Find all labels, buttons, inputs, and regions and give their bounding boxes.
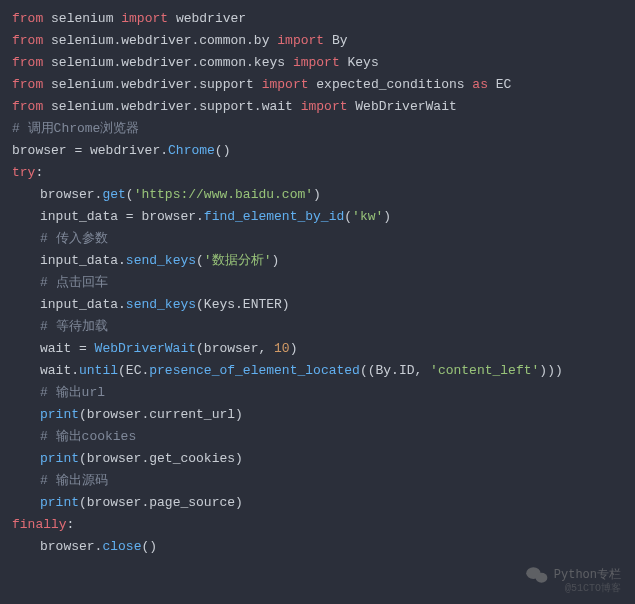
identifier: By [332, 33, 348, 48]
colon: : [35, 165, 43, 180]
code-line: browser = webdriver.Chrome() [12, 140, 623, 162]
comment: # 输出cookies [12, 426, 623, 448]
paren: ) [290, 341, 298, 356]
module: selenium.webdriver.support [51, 77, 254, 92]
identifier: Keys [348, 55, 379, 70]
code-line: wait.until(EC.presence_of_element_locate… [12, 360, 623, 382]
code-line: print(browser.page_source) [12, 492, 623, 514]
keyword-import: import [293, 55, 340, 70]
string: 'kw' [352, 209, 383, 224]
code-line: from selenium.webdriver.support.wait imp… [12, 96, 623, 118]
function-call: presence_of_element_located [149, 363, 360, 378]
expression: browser. [40, 539, 102, 554]
wechat-icon [526, 566, 548, 584]
code-block: from selenium import webdriver from sele… [12, 8, 623, 558]
function-call: Chrome [168, 143, 215, 158]
function-call: send_keys [126, 253, 196, 268]
function-call: close [102, 539, 141, 554]
colon: : [67, 517, 75, 532]
module: selenium.webdriver.common.keys [51, 55, 285, 70]
parens: () [215, 143, 231, 158]
identifier: EC [496, 77, 512, 92]
module: selenium.webdriver.common.by [51, 33, 269, 48]
expression: input_data. [40, 297, 126, 312]
string: 'https://www.baidu.com' [134, 187, 313, 202]
function-call: find_element_by_id [204, 209, 344, 224]
function-call: send_keys [126, 297, 196, 312]
keyword-try: try [12, 165, 35, 180]
comment: # 调用Chrome浏览器 [12, 118, 623, 140]
module: selenium [51, 11, 113, 26]
comment: # 传入参数 [12, 228, 623, 250]
code-line: browser.close() [12, 536, 623, 558]
function-call: until [79, 363, 118, 378]
expression: wait. [40, 363, 79, 378]
keyword-import: import [121, 11, 168, 26]
code-line: input_data.send_keys(Keys.ENTER) [12, 294, 623, 316]
code-line: input_data = browser.find_element_by_id(… [12, 206, 623, 228]
paren: ( [196, 253, 204, 268]
expression: browser = webdriver. [12, 143, 168, 158]
comment: # 输出源码 [12, 470, 623, 492]
expression: input_data. [40, 253, 126, 268]
module: selenium.webdriver.support.wait [51, 99, 293, 114]
code-line: print(browser.get_cookies) [12, 448, 623, 470]
code-line: wait = WebDriverWait(browser, 10) [12, 338, 623, 360]
args: (browser, [196, 341, 274, 356]
identifier: webdriver [176, 11, 246, 26]
args: (EC. [118, 363, 149, 378]
code-line: from selenium import webdriver [12, 8, 623, 30]
code-line: print(browser.current_url) [12, 404, 623, 426]
paren: ( [126, 187, 134, 202]
comment: # 输出url [12, 382, 623, 404]
comment: # 等待加载 [12, 316, 623, 338]
args: (Keys.ENTER) [196, 297, 290, 312]
paren: ( [344, 209, 352, 224]
keyword-import: import [277, 33, 324, 48]
code-line: browser.get('https://www.baidu.com') [12, 184, 623, 206]
paren: ) [383, 209, 391, 224]
function-call: WebDriverWait [95, 341, 196, 356]
keyword-as: as [472, 77, 488, 92]
args: (browser.page_source) [79, 495, 243, 510]
sub-watermark: @51CTO博客 [565, 578, 621, 600]
expression: browser. [40, 187, 102, 202]
keyword-from: from [12, 77, 43, 92]
keyword-finally: finally [12, 517, 67, 532]
function-call: print [40, 407, 79, 422]
args: ((By.ID, [360, 363, 430, 378]
code-line: from selenium.webdriver.common.by import… [12, 30, 623, 52]
paren: ) [271, 253, 279, 268]
keyword-from: from [12, 33, 43, 48]
keyword-import: import [301, 99, 348, 114]
comment: # 点击回车 [12, 272, 623, 294]
code-line: try: [12, 162, 623, 184]
paren: ))) [539, 363, 562, 378]
expression: wait = [40, 341, 95, 356]
keyword-import: import [262, 77, 309, 92]
string: '数据分析' [204, 253, 272, 268]
args: (browser.current_url) [79, 407, 243, 422]
svg-point-1 [535, 573, 547, 583]
keyword-from: from [12, 11, 43, 26]
code-line: from selenium.webdriver.common.keys impo… [12, 52, 623, 74]
identifier: expected_conditions [316, 77, 464, 92]
function-call: print [40, 495, 79, 510]
identifier: WebDriverWait [355, 99, 456, 114]
code-line: from selenium.webdriver.support import e… [12, 74, 623, 96]
code-line: finally: [12, 514, 623, 536]
keyword-from: from [12, 55, 43, 70]
function-call: get [102, 187, 125, 202]
paren: ) [313, 187, 321, 202]
expression: input_data = browser. [40, 209, 204, 224]
string: 'content_left' [430, 363, 539, 378]
parens: () [141, 539, 157, 554]
number: 10 [274, 341, 290, 356]
function-call: print [40, 451, 79, 466]
args: (browser.get_cookies) [79, 451, 243, 466]
keyword-from: from [12, 99, 43, 114]
code-line: input_data.send_keys('数据分析') [12, 250, 623, 272]
